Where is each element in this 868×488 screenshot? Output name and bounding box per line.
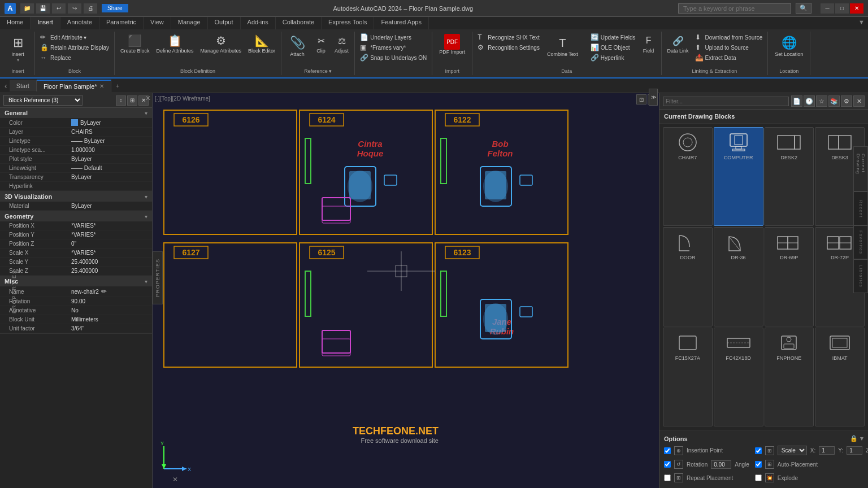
block-item-ibmat[interactable]: IBMAT <box>815 328 865 426</box>
side-tab-favorites[interactable]: Favorites <box>853 225 868 259</box>
block-item-desk2[interactable]: DESK2 <box>765 127 814 226</box>
name-edit-icon[interactable]: ✏ <box>101 287 107 295</box>
pos-y-value[interactable]: *VARIES* <box>71 232 147 238</box>
properties-close-btn[interactable]: ✕ <box>145 94 151 102</box>
maximize-btn[interactable]: □ <box>835 3 849 14</box>
lineweight-value[interactable]: —— Default <box>71 165 147 171</box>
data-link-btn[interactable]: 🔗 Data Link <box>665 33 691 55</box>
frames-vary-btn[interactable]: ▣ *Frames vary* <box>358 43 428 52</box>
block-item-fc42x18d[interactable]: FC42X18D <box>714 328 763 426</box>
field-btn[interactable]: F Field <box>640 33 658 55</box>
blocks-fav-btn[interactable]: ☆ <box>816 95 827 107</box>
block-item-fnphone[interactable]: FNPHONE <box>765 328 814 426</box>
ole-object-btn[interactable]: 📊 OLE Object <box>589 43 637 52</box>
section-3d-viz-header[interactable]: 3D Visualization ▾ <box>0 191 152 202</box>
underlay-layers-btn[interactable]: 📄 Underlay Layers <box>358 33 428 42</box>
block-item-dr36[interactable]: DR-36 <box>714 227 763 326</box>
replace-btn[interactable]: ↔ Replace <box>38 53 111 62</box>
options-lock-icon[interactable]: 🔒 <box>850 435 858 442</box>
scale-y-input[interactable] <box>847 446 862 455</box>
block-unit-value[interactable]: Millimeters <box>71 316 147 323</box>
insert-btn[interactable]: ⊞ Insert ▾ <box>6 33 31 64</box>
doc-tab-start[interactable]: Start <box>10 80 37 91</box>
pdf-import-btn[interactable]: PDF PDF Import <box>436 33 468 56</box>
scale-checkbox[interactable] <box>755 447 762 454</box>
adjust-btn[interactable]: ⚖ Adjust <box>332 33 351 55</box>
tab-annotate[interactable]: Annotate <box>60 17 99 29</box>
linetype-value[interactable]: —— ByLayer <box>71 138 147 144</box>
tab-insert[interactable]: Insert <box>31 17 60 29</box>
tab-express[interactable]: Express Tools <box>322 17 374 29</box>
undo-btn[interactable]: ↩ <box>52 3 66 14</box>
annotative-value[interactable]: No <box>71 307 147 313</box>
props-icon1[interactable]: ↕ <box>116 95 126 106</box>
transparency-value[interactable]: ByLayer <box>71 174 147 180</box>
tab-manage[interactable]: Manage <box>171 17 208 29</box>
doc-tab-floorplan[interactable]: Floor Plan Sample* ✕ <box>37 80 111 92</box>
scale-x-input[interactable] <box>819 446 835 455</box>
pos-z-value[interactable]: 0" <box>71 241 147 247</box>
side-tab-libraries[interactable]: Libraries <box>853 259 868 293</box>
blocks-filter-input[interactable] <box>663 97 789 106</box>
open-btn[interactable]: 📁 <box>20 3 34 14</box>
viewport-expand-btn[interactable]: ⊡ <box>636 94 646 104</box>
scale-x-value[interactable]: *VARIES* <box>71 250 147 256</box>
attach-btn[interactable]: 📎 Attach <box>285 33 310 59</box>
section-misc-header[interactable]: Misc ▾ <box>0 276 152 286</box>
blocks-current-drawing-btn[interactable]: 📄 <box>791 95 802 107</box>
block-item-fc15x27a[interactable]: FC15X27A <box>663 328 713 426</box>
doc-tab-close[interactable]: ✕ <box>99 83 104 89</box>
recognize-shx-btn[interactable]: T Recognize SHX Text <box>476 33 541 42</box>
block-ref-select[interactable]: Block Reference (3) <box>3 95 83 106</box>
unit-factor-value[interactable]: 3/64" <box>71 325 147 332</box>
color-value[interactable]: ByLayer <box>71 119 147 126</box>
block-item-dr69p[interactable]: DR-69P <box>765 227 814 326</box>
linetype-scale-value[interactable]: 1.000000 <box>71 147 147 153</box>
panel-side-btn1[interactable]: ≫ <box>649 89 658 106</box>
layer-value[interactable]: CHAIRS <box>71 129 147 135</box>
ribbon-expand-btn[interactable]: ▼ <box>855 17 868 29</box>
insert-dropdown[interactable]: ▾ <box>17 58 19 63</box>
plot-style-value[interactable]: ByLayer <box>71 156 147 162</box>
plot-btn[interactable]: 🖨 <box>84 3 97 14</box>
section-geometry-header[interactable]: Geometry ▾ <box>0 211 152 221</box>
tab-nav-left[interactable]: ‹ <box>2 81 10 90</box>
recognition-settings-btn[interactable]: ⚙ Recognition Settings <box>476 43 541 52</box>
tab-view[interactable]: View <box>144 17 171 29</box>
blocks-recent-btn[interactable]: 🕐 <box>804 95 815 107</box>
scale-z-value[interactable]: 25.400000 <box>71 268 147 274</box>
explode-checkbox[interactable] <box>755 474 762 481</box>
clip-btn[interactable]: ✂ Clip <box>312 33 330 55</box>
save-btn[interactable]: 💾 <box>36 3 50 14</box>
block-item-door[interactable]: DOOR <box>663 227 713 326</box>
manage-attr-btn[interactable]: ⚙ Manage Attributes <box>198 33 244 55</box>
create-block-btn[interactable]: ⬛ Create Block <box>118 33 152 55</box>
hyperlink-btn[interactable]: 🔗 Hyperlink <box>589 53 637 62</box>
retain-attr-btn[interactable]: 🔒 Retain Attribute Display <box>38 43 111 52</box>
ucs-close-btn[interactable]: ✕ <box>158 476 192 483</box>
blocks-settings-btn[interactable]: ⚙ <box>841 95 852 107</box>
close-btn[interactable]: ✕ <box>850 3 863 14</box>
repeat-placement-checkbox[interactable] <box>664 474 671 481</box>
tab-parametric[interactable]: Parametric <box>99 17 144 29</box>
edit-attribute-btn[interactable]: ✏ Edit Attribute ▾ <box>38 33 111 42</box>
share-button[interactable]: Share <box>102 4 128 12</box>
extract-data-btn[interactable]: 📤 Extract Data <box>693 53 765 62</box>
side-tab-properties[interactable]: PROPERTIES <box>153 251 163 304</box>
section-general-header[interactable]: General ▾ <box>0 108 152 118</box>
global-search-input[interactable] <box>678 3 791 14</box>
scale-select[interactable]: Scale <box>778 446 807 455</box>
tab-featured[interactable]: Featured Apps <box>374 17 429 29</box>
pos-x-value[interactable]: *VARIES* <box>71 223 147 229</box>
block-item-chair7[interactable]: CHAIR7 <box>663 127 713 226</box>
add-tab-btn[interactable]: + <box>111 80 124 91</box>
tab-addins[interactable]: Add-ins <box>241 17 276 29</box>
side-tab-current[interactable]: Current Drawing <box>853 146 868 191</box>
block-item-computer[interactable]: COMPUTER <box>714 127 763 226</box>
auto-placement-checkbox[interactable] <box>755 461 762 468</box>
block-editor-btn[interactable]: 📐 Block Editor <box>246 33 277 55</box>
define-attr-btn[interactable]: 📋 Define Attributes <box>154 33 196 55</box>
redo-btn[interactable]: ↪ <box>68 3 81 14</box>
set-location-btn[interactable]: 🌐 Set Location <box>771 33 806 59</box>
rotation-value[interactable]: 90.00 <box>71 298 147 304</box>
